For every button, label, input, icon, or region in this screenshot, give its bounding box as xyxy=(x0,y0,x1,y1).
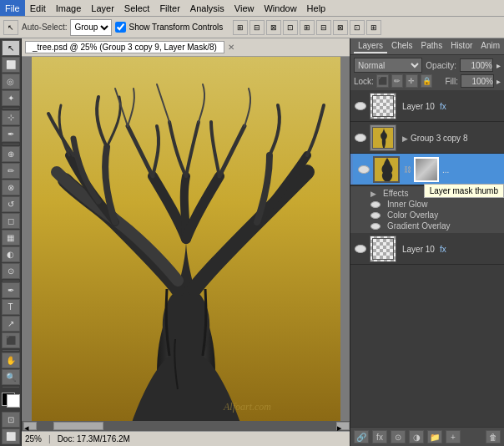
layer-mask-btn[interactable]: ⊙ xyxy=(391,430,406,443)
main-area: ↖ ⬜ ◎ ✦ ⊹ ✒ ⊕ ✏ ⊗ ↺ ◻ ▦ ◐ ⊙ ✒ T ↗ ⬛ ✋ 🔍 … xyxy=(0,38,504,446)
menu-view[interactable]: View xyxy=(229,0,260,16)
new-layer-btn[interactable]: + xyxy=(446,430,461,443)
canvas-content[interactable]: ALFOA Alfoart.com xyxy=(22,57,350,421)
eraser-tool[interactable]: ◻ xyxy=(2,213,20,229)
crop-tool[interactable]: ⊹ xyxy=(2,110,20,126)
eyedropper-tool[interactable]: ✒ xyxy=(2,126,20,142)
brush-tool[interactable]: ✏ xyxy=(2,163,20,179)
opacity-input[interactable] xyxy=(460,58,493,72)
scroll-left-btn[interactable]: ◂ xyxy=(23,422,37,430)
canvas-scroll-thumb[interactable] xyxy=(53,422,103,430)
gradient-tool[interactable]: ▦ xyxy=(2,230,20,246)
move-tool-btn[interactable]: ↖ xyxy=(3,20,18,35)
separator4 xyxy=(3,350,19,351)
history-brush-tool[interactable]: ↺ xyxy=(2,196,20,212)
menu-select[interactable]: Select xyxy=(119,0,155,16)
quick-mask-tool[interactable]: ⊡ xyxy=(2,412,20,428)
group3copy8-thumb xyxy=(370,124,396,151)
tab-channels[interactable]: Chels xyxy=(387,39,417,53)
distribute-icon[interactable]: ⊠ xyxy=(333,20,348,35)
tab-history[interactable]: Histor xyxy=(446,39,476,53)
adjustment-layer-btn[interactable]: ◑ xyxy=(409,430,424,443)
group3copy9-info: ... xyxy=(439,165,501,175)
opacity-arrow[interactable]: ▸ xyxy=(496,61,501,70)
fill-arrow[interactable]: ▸ xyxy=(496,77,501,86)
link-layers-btn[interactable]: 🔗 xyxy=(354,430,369,443)
show-transform-label[interactable]: Show Transform Controls xyxy=(115,22,223,33)
menu-window[interactable]: Window xyxy=(259,0,301,16)
type-tool[interactable]: T xyxy=(2,299,20,315)
tab-anim[interactable]: Anim xyxy=(476,39,504,53)
inner-glow-eye[interactable] xyxy=(370,201,381,208)
tab-paths[interactable]: Paths xyxy=(417,39,447,53)
lock-transparent-btn[interactable]: ⬛ xyxy=(376,74,389,88)
zoom-tool[interactable]: 🔍 xyxy=(2,369,20,385)
align-left-icon[interactable]: ⊞ xyxy=(233,20,248,35)
spot-heal-tool[interactable]: ⊕ xyxy=(2,146,20,162)
layers-panel: Layers Chels Paths Histor Anim Info ≡ No… xyxy=(350,38,504,446)
dodge-tool[interactable]: ⊙ xyxy=(2,263,20,279)
menu-edit[interactable]: Edit xyxy=(25,0,51,16)
canvas-scrollbar-h[interactable]: ◂ ▸ xyxy=(22,421,350,431)
align-center-icon[interactable]: ⊟ xyxy=(249,20,265,35)
scroll-right-btn[interactable]: ▸ xyxy=(336,422,350,430)
group3copy9-visibility[interactable] xyxy=(357,165,370,174)
menu-filter[interactable]: Filter xyxy=(154,0,184,16)
layer-mask-thumb[interactable] xyxy=(414,157,439,182)
lasso-tool[interactable]: ◎ xyxy=(2,73,20,89)
distribute3-icon[interactable]: ⊞ xyxy=(366,20,381,35)
align-top-icon[interactable]: ⊡ xyxy=(283,20,298,35)
shape-tool[interactable]: ⬛ xyxy=(2,332,20,348)
stamp-tool[interactable]: ⊗ xyxy=(2,180,20,195)
menu-file[interactable]: File xyxy=(0,0,25,16)
align-middle-icon[interactable]: ⊞ xyxy=(300,20,315,35)
magic-wand-tool[interactable]: ✦ xyxy=(2,90,20,106)
inner-glow-effect: Inner Glow xyxy=(350,199,504,210)
lock-all-btn[interactable]: 🔒 xyxy=(421,74,433,88)
fill-input[interactable] xyxy=(461,74,494,88)
blend-mode-select[interactable]: Normal Multiply Screen Overlay xyxy=(354,58,422,73)
canvas-tab-title[interactable]: _tree.psd @ 25% (Group 3 copy 9, Layer M… xyxy=(25,41,224,53)
close-tab-btn[interactable]: ✕ xyxy=(228,43,234,52)
distribute2-icon[interactable]: ⊡ xyxy=(350,20,365,35)
menu-image[interactable]: Image xyxy=(51,0,87,16)
marquee-tool[interactable]: ⬜ xyxy=(2,57,20,73)
layer-item-layer10-bottom[interactable]: Layer 10 fx xyxy=(350,233,504,265)
layer-style-btn[interactable]: fx xyxy=(372,430,387,443)
gradient-overlay-eye[interactable] xyxy=(370,223,381,230)
background-color[interactable] xyxy=(7,394,20,408)
layers-list[interactable]: Layer 10 fx xyxy=(350,90,504,427)
show-transform-checkbox[interactable] xyxy=(115,22,126,33)
hand-tool[interactable]: ✋ xyxy=(2,352,20,368)
align-right-icon[interactable]: ⊠ xyxy=(266,20,281,35)
menu-help[interactable]: Help xyxy=(302,0,331,16)
menu-analysis[interactable]: Analysis xyxy=(185,0,229,16)
align-bottom-icon[interactable]: ⊟ xyxy=(316,20,331,35)
blur-tool[interactable]: ◐ xyxy=(2,246,20,262)
color-swatch[interactable] xyxy=(2,393,20,408)
move-tool[interactable]: ↖ xyxy=(2,40,20,56)
layer-item-group3copy8[interactable]: ▶ Group 3 copy 8 xyxy=(350,122,504,154)
new-group-btn[interactable]: 📁 xyxy=(427,430,442,443)
tree-svg: ALFOA Alfoart.com xyxy=(32,57,340,421)
pen-tool[interactable]: ✒ xyxy=(2,282,20,298)
layer10-top-fx: fx xyxy=(440,102,446,111)
delete-layer-btn[interactable]: 🗑 xyxy=(486,430,501,443)
zoom-level: 25% xyxy=(25,434,42,443)
layer-item-layer10-top[interactable]: Layer 10 fx xyxy=(350,90,504,122)
lock-pixels-btn[interactable]: ✏ xyxy=(391,74,404,88)
screen-mode-btn[interactable]: ⬜ xyxy=(2,428,20,444)
canvas-tab: _tree.psd @ 25% (Group 3 copy 9, Layer M… xyxy=(22,38,350,57)
auto-select-dropdown[interactable]: Group Layer xyxy=(70,19,112,36)
layer10-top-visibility[interactable] xyxy=(354,102,367,110)
eye-icon xyxy=(358,165,370,174)
color-overlay-eye[interactable] xyxy=(370,212,381,219)
group3copy8-visibility[interactable] xyxy=(354,134,367,142)
path-select-tool[interactable]: ↗ xyxy=(2,316,20,332)
layer10-top-name: Layer 10 xyxy=(402,102,435,111)
menu-layer[interactable]: Layer xyxy=(86,0,119,16)
tab-layers[interactable]: Layers xyxy=(354,39,387,53)
layer10-bottom-visibility[interactable] xyxy=(354,245,367,253)
layer-item-group3copy9[interactable]: ⛓ ... Layer mask thumb xyxy=(350,154,504,185)
lock-position-btn[interactable]: ✛ xyxy=(406,74,418,88)
